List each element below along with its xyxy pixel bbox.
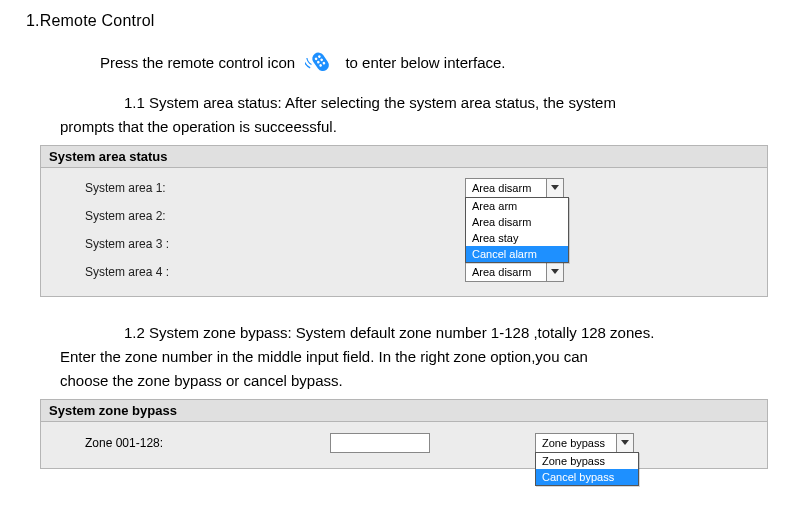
area-row-1: System area 1: Area disarm Area arm Area… [41,174,767,202]
zone-number-input[interactable] [330,433,430,453]
page-title: 1.Remote Control [26,12,788,30]
section-1-1-text: 1.1 System area status: After selecting … [60,91,788,139]
zone-row: Zone 001-128: Zone bypass Zone bypass Ca… [41,428,767,458]
panel-body-area: System area 1: Area disarm Area arm Area… [41,168,767,296]
section-1-2-text: 1.2 System zone bypass: System default z… [60,321,788,393]
area-option-stay[interactable]: Area stay [466,230,568,246]
section-1-2-l3: choose the zone bypass or cancel bypass. [60,372,343,389]
svg-rect-0 [310,50,331,73]
section-1-2-lead: 1.2 System zone bypass: System default z… [124,324,654,341]
area-label-3: System area 3 : [41,237,255,251]
zone-select-value: Zone bypass [536,437,616,449]
zone-select[interactable]: Zone bypass [535,433,634,453]
chevron-down-icon [546,263,563,281]
area-row-2: System area 2: [41,202,767,230]
zone-select-dropdown: Zone bypass Cancel bypass [535,452,639,486]
zone-option-bypass[interactable]: Zone bypass [536,453,638,469]
area-row-3: System area 3 : [41,230,767,258]
intro-paragraph: Press the remote control icon to enter b… [100,48,788,81]
panel-header-area: System area status [41,146,767,168]
area-label-2: System area 2: [41,209,255,223]
intro-text-after: to enter below interface. [345,54,505,71]
section-1-1-lead: 1.1 System area status: After selecting … [124,94,616,111]
area-option-disarm[interactable]: Area disarm [466,214,568,230]
chevron-down-icon [546,179,563,197]
panel-header-zone: System zone bypass [41,400,767,422]
panel-body-zone: Zone 001-128: Zone bypass Zone bypass Ca… [41,422,767,468]
section-1-2-l2: Enter the zone number in the middle inpu… [60,348,588,365]
zone-label: Zone 001-128: [41,436,285,450]
area-row-4: System area 4 : Area disarm [41,258,767,286]
chevron-down-icon [616,434,633,452]
area-option-cancel-alarm[interactable]: Cancel alarm [466,246,568,262]
area-label-1: System area 1: [41,181,255,195]
area-select-4[interactable]: Area disarm [465,262,564,282]
remote-control-icon [305,48,335,81]
zone-option-cancel-bypass[interactable]: Cancel bypass [536,469,638,485]
system-zone-bypass-panel: System zone bypass Zone 001-128: Zone by… [40,399,768,469]
section-1-1-cont: prompts that the operation is succeessfu… [60,118,337,135]
area-select-4-value: Area disarm [466,266,546,278]
area-select-1-value: Area disarm [466,182,546,194]
system-area-status-panel: System area status System area 1: Area d… [40,145,768,297]
area-option-arm[interactable]: Area arm [466,198,568,214]
area-label-4: System area 4 : [41,265,255,279]
intro-text-before: Press the remote control icon [100,54,295,71]
area-select-1[interactable]: Area disarm [465,178,564,198]
area-select-1-dropdown: Area arm Area disarm Area stay Cancel al… [465,197,569,263]
